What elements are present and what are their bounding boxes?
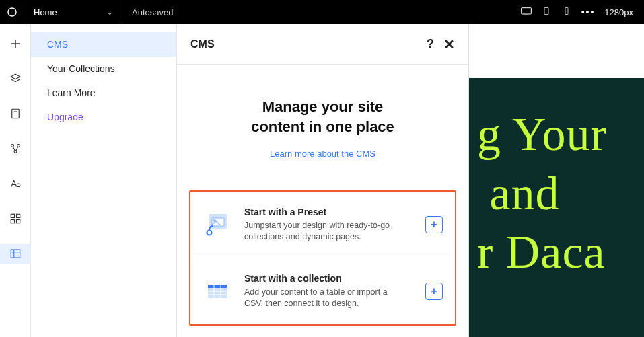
svg-rect-3 <box>544 7 548 14</box>
svg-point-12 <box>14 151 17 153</box>
svg-point-11 <box>17 145 20 147</box>
sidebar-item-label: CMS <box>47 39 68 50</box>
add-collection-button[interactable]: + <box>425 283 443 300</box>
sidebar-item-label: Upgrade <box>47 112 83 122</box>
add-preset-button[interactable]: + <box>425 216 443 233</box>
svg-point-27 <box>207 231 212 235</box>
option-start-preset[interactable]: Start with a Preset Jumpstart your desig… <box>190 192 455 258</box>
svg-rect-4 <box>565 7 568 14</box>
option-title: Start with a collection <box>244 273 413 284</box>
option-title: Start with a Preset <box>244 207 413 217</box>
svg-line-14 <box>15 147 17 151</box>
collection-icon <box>203 276 232 306</box>
autosave-status: Autosaved <box>122 7 182 17</box>
sidebar-item-label: Learn More <box>47 87 96 98</box>
learn-more-link[interactable]: Learn more about the CMS <box>270 149 375 159</box>
desktop-icon[interactable] <box>521 7 532 17</box>
getting-started-options: Start with a Preset Jumpstart your desig… <box>189 190 456 326</box>
svg-rect-19 <box>11 220 14 223</box>
svg-point-0 <box>8 8 16 16</box>
app-logo[interactable] <box>0 0 24 24</box>
svg-point-16 <box>17 184 20 187</box>
chevron-down-icon: ⌄ <box>107 9 112 16</box>
sidebar-item-cms[interactable]: CMS <box>31 32 176 57</box>
hero-text: g Your and r Daca <box>477 105 644 282</box>
rail-cms[interactable] <box>0 244 31 264</box>
svg-rect-18 <box>16 214 20 217</box>
breakpoint-label[interactable]: 1280px <box>604 7 644 17</box>
option-desc: Add your content to a table or import a … <box>244 287 399 309</box>
mobile-icon[interactable] <box>561 7 572 17</box>
panel-intro-heading: Manage your site content in one place <box>204 97 441 137</box>
sidebar-item-collections[interactable]: Your Collections <box>31 57 176 81</box>
svg-rect-21 <box>11 250 20 258</box>
rail-add[interactable] <box>0 34 31 54</box>
tablet-icon[interactable] <box>541 7 552 17</box>
rail-connections[interactable] <box>0 139 31 159</box>
preset-icon <box>203 210 232 239</box>
svg-marker-7 <box>11 74 20 79</box>
svg-rect-20 <box>16 220 20 223</box>
rail-pages[interactable] <box>0 104 31 124</box>
svg-point-10 <box>11 145 13 147</box>
more-icon[interactable]: ••• <box>581 7 596 17</box>
rail-layers[interactable] <box>0 69 31 89</box>
page-dropdown-label: Home <box>34 7 57 17</box>
option-start-collection[interactable]: Start with a collection Add your content… <box>190 258 455 324</box>
option-desc: Jumpstart your design with ready-to-go c… <box>244 220 399 243</box>
canvas-preview[interactable]: g Your and r Daca <box>469 24 644 337</box>
rail-apps[interactable] <box>0 209 31 229</box>
svg-rect-29 <box>208 285 227 288</box>
sidebar-item-upgrade[interactable]: Upgrade <box>31 105 176 129</box>
sidebar-item-learn-more[interactable]: Learn More <box>31 81 176 105</box>
rail-typography[interactable] <box>0 174 31 194</box>
svg-rect-8 <box>11 109 19 118</box>
svg-line-13 <box>13 147 15 151</box>
close-icon[interactable]: ✕ <box>443 38 455 51</box>
svg-rect-17 <box>11 214 14 217</box>
panel-title: CMS <box>190 38 215 50</box>
svg-rect-25 <box>212 218 224 226</box>
sidebar-item-label: Your Collections <box>47 63 115 74</box>
svg-rect-1 <box>521 7 531 13</box>
page-dropdown[interactable]: Home ⌄ <box>24 0 122 24</box>
help-icon[interactable]: ? <box>427 37 434 51</box>
